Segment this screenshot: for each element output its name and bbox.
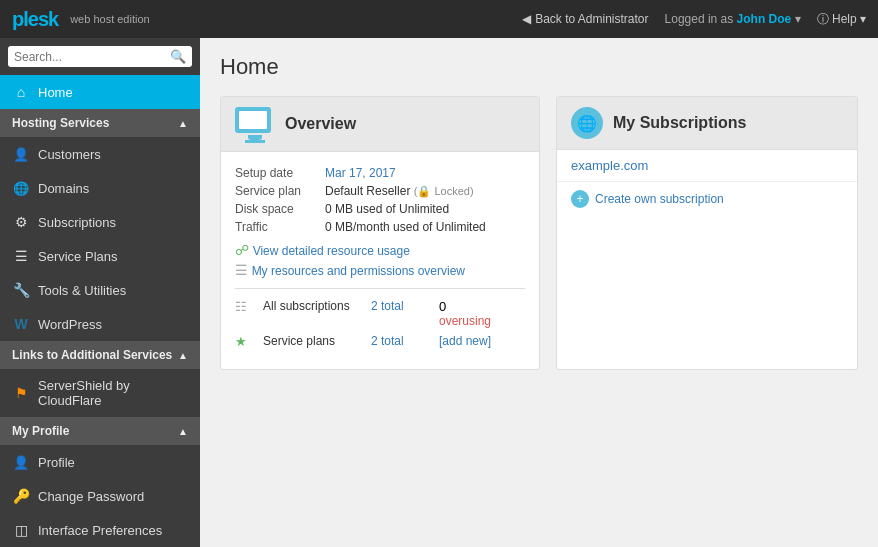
- section-arrow-icon-2: ▲: [178, 350, 188, 361]
- overview-card-header: Overview: [221, 97, 539, 152]
- main-layout: 🔍 ⌂ Home Hosting Services ▲ Customers Do…: [0, 38, 878, 547]
- plan-icon: ☰: [12, 248, 30, 264]
- overview-title: Overview: [285, 115, 356, 133]
- service-plans-icon: ★: [235, 334, 247, 349]
- page-title: Home: [220, 54, 858, 80]
- subscriptions-card-header: 🌐 My Subscriptions: [557, 97, 857, 150]
- view-resource-link[interactable]: View detailed resource usage: [253, 244, 410, 258]
- example-com-link[interactable]: example.com: [557, 150, 857, 181]
- permissions-link-row: ☰ My resources and permissions overview: [235, 262, 525, 278]
- sidebar-item-interface-preferences[interactable]: ◫ Interface Preferences: [0, 513, 200, 547]
- edition-label: web host edition: [70, 13, 150, 25]
- sidebar-item-change-password[interactable]: 🔑 Change Password: [0, 479, 200, 513]
- section-arrow-icon-3: ▲: [178, 426, 188, 437]
- home-icon: ⌂: [12, 84, 30, 100]
- sidebar-item-home[interactable]: ⌂ Home: [0, 75, 200, 109]
- topbar-left: plesk web host edition: [12, 8, 150, 31]
- all-subs-count[interactable]: 2 total: [371, 299, 431, 313]
- sidebar-item-profile[interactable]: Profile: [0, 445, 200, 479]
- sidebar-item-subscriptions[interactable]: Subscriptions: [0, 205, 200, 239]
- content-area: Home Overview Setup: [200, 38, 878, 547]
- overview-body: Setup date Mar 17, 2017 Service plan Def…: [221, 152, 539, 369]
- overview-card: Overview Setup date Mar 17, 2017 Service…: [220, 96, 540, 370]
- monitor-icon: [235, 107, 275, 141]
- all-subscriptions-row: ☷ All subscriptions 2 total 0 overusing: [235, 299, 525, 328]
- create-subscription-link[interactable]: + Create own subscription: [557, 181, 857, 216]
- permissions-icon: ☰: [235, 262, 248, 278]
- setup-date-row: Setup date Mar 17, 2017: [235, 166, 525, 180]
- logged-in-label: Logged in as John Doe ▾: [665, 12, 801, 26]
- search-input-wrap[interactable]: 🔍: [8, 46, 192, 67]
- sidebar-section-hosting[interactable]: Hosting Services ▲: [0, 109, 200, 137]
- service-plans-count[interactable]: 2 total: [371, 334, 431, 348]
- sidebar-item-customers[interactable]: Customers: [0, 137, 200, 171]
- search-icon: 🔍: [170, 49, 186, 64]
- sidebar-item-servershield[interactable]: ⚑ ServerShield by CloudFlare: [0, 369, 200, 417]
- user-icon: [12, 146, 30, 162]
- search-input[interactable]: [14, 50, 170, 64]
- globe-icon: [12, 180, 30, 196]
- sidebar-item-tools-utilities[interactable]: 🔧 Tools & Utilities: [0, 273, 200, 307]
- resource-link-row: ☍ View detailed resource usage: [235, 242, 525, 258]
- search-box: 🔍: [0, 38, 200, 75]
- add-new-link[interactable]: [add new]: [439, 334, 491, 348]
- all-subs-icon: ☷: [235, 299, 247, 314]
- divider: [235, 288, 525, 289]
- globe-icon-card: 🌐: [571, 107, 603, 139]
- service-plan-row: Service plan Default Reseller (🔒 Locked): [235, 184, 525, 198]
- wordpress-icon: W: [12, 316, 30, 332]
- interface-icon: ◫: [12, 522, 30, 538]
- overusing-label: overusing: [439, 314, 491, 328]
- traffic-row: Traffic 0 MB/month used of Unlimited: [235, 220, 525, 234]
- shield-icon: ⚑: [12, 385, 30, 401]
- topbar: plesk web host edition ◀ Back to Adminis…: [0, 0, 878, 38]
- section-arrow-icon: ▲: [178, 118, 188, 129]
- disk-space-row: Disk space 0 MB used of Unlimited: [235, 202, 525, 216]
- sidebar: 🔍 ⌂ Home Hosting Services ▲ Customers Do…: [0, 38, 200, 547]
- username[interactable]: John Doe: [737, 12, 792, 26]
- subscriptions-card: 🌐 My Subscriptions example.com + Create …: [556, 96, 858, 370]
- sidebar-item-wordpress[interactable]: W WordPress: [0, 307, 200, 341]
- back-arrow-icon: ◀: [522, 12, 531, 26]
- tools-icon: 🔧: [12, 282, 30, 298]
- create-sub-icon: +: [571, 190, 589, 208]
- gear-icon: [12, 214, 30, 230]
- sidebar-item-service-plans[interactable]: ☰ Service Plans: [0, 239, 200, 273]
- cards-row: Overview Setup date Mar 17, 2017 Service…: [220, 96, 858, 370]
- service-plans-row: ★ Service plans 2 total [add new]: [235, 334, 525, 349]
- sidebar-item-domains[interactable]: Domains: [0, 171, 200, 205]
- chart-icon: ☍: [235, 242, 249, 258]
- sidebar-section-links[interactable]: Links to Additional Services ▲: [0, 341, 200, 369]
- plesk-logo: plesk: [12, 8, 58, 31]
- back-to-admin-button[interactable]: ◀ Back to Administrator: [522, 12, 648, 26]
- subscriptions-title: My Subscriptions: [613, 114, 746, 132]
- sidebar-section-profile[interactable]: My Profile ▲: [0, 417, 200, 445]
- topbar-right: ◀ Back to Administrator Logged in as Joh…: [522, 11, 866, 28]
- overusing-count: 0: [439, 299, 446, 314]
- key-icon: 🔑: [12, 488, 30, 504]
- permissions-link[interactable]: My resources and permissions overview: [252, 264, 465, 278]
- profile-icon: [12, 454, 30, 470]
- subscriptions-body: example.com + Create own subscription: [557, 150, 857, 216]
- help-button[interactable]: ⓘ Help ▾: [817, 11, 866, 28]
- create-link-text[interactable]: Create own subscription: [595, 192, 724, 206]
